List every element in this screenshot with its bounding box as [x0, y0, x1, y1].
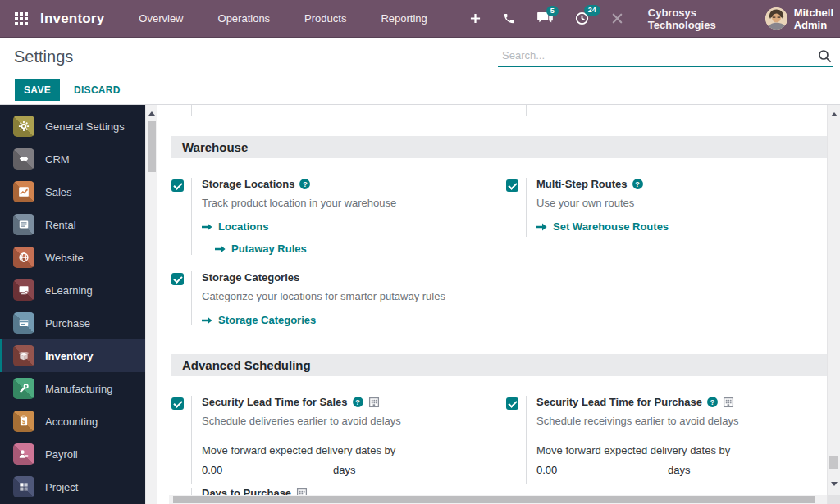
- sidebar-item-payroll[interactable]: Payroll: [0, 438, 145, 470]
- content-scrollbar-thumb[interactable]: [829, 456, 838, 469]
- setting-label-row: Storage Locations ?: [202, 178, 489, 190]
- sidebar-item-general-settings[interactable]: General Settings: [0, 110, 145, 143]
- sidebar-item-purchase[interactable]: Purchase: [0, 306, 145, 339]
- sidebar-scrollbar[interactable]: [145, 105, 158, 504]
- sidebar-item-elearning[interactable]: eLearning: [0, 274, 145, 306]
- tools-icon[interactable]: [611, 12, 623, 25]
- messages-chat-icon[interactable]: 5: [537, 12, 553, 25]
- section-header-warehouse: Warehouse: [171, 136, 827, 158]
- sidebar-item-inventory[interactable]: Inventory: [0, 339, 145, 372]
- multi-step-routes-checkbox[interactable]: [506, 179, 518, 192]
- messages-count-badge: 5: [546, 6, 559, 16]
- sidebar-item-label: CRM: [45, 153, 70, 166]
- sidebar-item-label: eLearning: [45, 284, 93, 297]
- settings-content: Warehouse Storage Locations ? Track prod…: [158, 105, 840, 504]
- menu-overview[interactable]: Overview: [139, 12, 183, 25]
- company-switcher[interactable]: Cybrosys Technologies: [648, 7, 734, 31]
- search-box: [498, 46, 833, 67]
- sidebar-item-rental[interactable]: Rental: [0, 208, 145, 241]
- menu-reporting[interactable]: Reporting: [381, 12, 427, 25]
- user-menu[interactable]: Mitchell Admin: [765, 7, 840, 31]
- field-label: Move forward expected delivery dates by: [536, 444, 824, 456]
- user-avatar: [765, 7, 788, 30]
- setting-label: Storage Categories: [202, 271, 299, 284]
- scroll-down-arrow-icon[interactable]: [831, 482, 838, 486]
- settings-app-sidebar: General Settings CRM Sales Rental: [0, 105, 145, 504]
- setting-label-row: Security Lead Time for Sales ?: [202, 396, 489, 408]
- search-icon[interactable]: [818, 49, 832, 63]
- phone-icon[interactable]: [503, 12, 515, 25]
- sidebar-item-label: Inventory: [45, 350, 94, 362]
- section-header-advanced-scheduling: Advanced Scheduling: [171, 354, 827, 376]
- setting-label: Security Lead Time for Sales: [202, 396, 348, 408]
- setting-description: Schedule deliveries earlier to avoid del…: [202, 415, 489, 427]
- sidebar-item-label: Rental: [45, 219, 76, 231]
- set-warehouse-routes-link[interactable]: Set Warehouse Routes: [536, 220, 824, 233]
- setting-separator: [526, 178, 527, 237]
- main-menu: Overview Operations Products Reporting: [139, 12, 427, 25]
- setting-label-row: Storage Categories: [202, 271, 546, 284]
- unit-label: days: [668, 464, 690, 476]
- horizontal-scrollbar-thumb[interactable]: [173, 496, 815, 503]
- content-scrollbar[interactable]: [827, 105, 840, 504]
- menu-operations[interactable]: Operations: [218, 12, 271, 25]
- section-title: Advanced Scheduling: [182, 358, 311, 372]
- lead-time-sales-checkbox[interactable]: [171, 397, 184, 410]
- apps-grid-icon[interactable]: [15, 12, 28, 25]
- search-input[interactable]: [500, 49, 818, 63]
- help-icon[interactable]: ?: [707, 397, 718, 407]
- user-name: Mitchell Admin: [794, 7, 840, 31]
- employee-card-icon: [13, 443, 34, 465]
- scroll-up-arrow-icon[interactable]: [831, 112, 838, 116]
- save-button[interactable]: SAVE: [15, 79, 60, 101]
- company-building-icon: [723, 397, 734, 408]
- systray-icons: 5 24: [470, 11, 623, 25]
- sidebar-item-label: Manufacturing: [45, 383, 112, 395]
- kanban-icon: [13, 476, 34, 497]
- clipboard-dollar-icon: $: [13, 411, 34, 432]
- storage-locations-checkbox[interactable]: [171, 179, 184, 192]
- setting-label-row: Security Lead Time for Purchase ?: [536, 396, 824, 408]
- purchase-lead-time-input[interactable]: [536, 462, 660, 479]
- help-icon[interactable]: ?: [632, 179, 643, 189]
- locations-link[interactable]: Locations: [202, 220, 489, 233]
- control-panel: Settings SAVE DISCARD: [0, 38, 840, 105]
- setting-description: Schedule receivings earlier to avoid del…: [536, 415, 824, 427]
- sidebar-item-sales[interactable]: Sales: [0, 175, 145, 208]
- svg-text:$: $: [22, 419, 25, 425]
- sidebar-item-label: Sales: [45, 186, 72, 198]
- company-building-icon: [368, 397, 380, 408]
- help-icon[interactable]: ?: [299, 179, 310, 189]
- sidebar-item-label: Payroll: [45, 448, 78, 461]
- sidebar-item-project[interactable]: Project: [0, 470, 145, 503]
- horizontal-scrollbar[interactable]: [169, 495, 827, 504]
- sidebar-scrollbar-thumb[interactable]: [148, 121, 156, 172]
- sidebar-item-website[interactable]: Website: [0, 241, 145, 274]
- sales-lead-time-input[interactable]: [202, 462, 325, 479]
- sidebar-item-label: Purchase: [45, 317, 90, 329]
- setting-separator: [526, 396, 527, 484]
- monitor-gear-icon: [13, 279, 34, 301]
- section-title: Warehouse: [182, 140, 248, 154]
- sidebar-item-crm[interactable]: CRM: [0, 143, 145, 175]
- app-name-menu[interactable]: Inventory: [40, 11, 104, 27]
- discard-button[interactable]: DISCARD: [74, 84, 121, 96]
- scroll-up-arrow-icon[interactable]: [148, 111, 155, 116]
- sidebar-item-label: Accounting: [45, 415, 98, 428]
- scrollbar-corner: [828, 495, 840, 504]
- lead-time-purchase-checkbox[interactable]: [506, 397, 518, 410]
- activities-count-badge: 24: [584, 5, 600, 16]
- help-icon[interactable]: ?: [353, 397, 363, 407]
- storage-categories-link[interactable]: Storage Categories: [202, 314, 546, 326]
- open-box-icon: [13, 345, 34, 366]
- handshake-icon: [13, 148, 34, 170]
- menu-products[interactable]: Products: [304, 12, 346, 25]
- putaway-rules-link[interactable]: Putaway Rules: [215, 243, 489, 255]
- plus-icon[interactable]: [470, 13, 481, 24]
- sidebar-item-manufacturing[interactable]: Manufacturing: [0, 372, 145, 405]
- sidebar-item-label: Website: [45, 252, 84, 264]
- sidebar-item-accounting[interactable]: $ Accounting: [0, 405, 145, 438]
- chart-up-icon: [13, 181, 34, 202]
- storage-categories-checkbox[interactable]: [171, 273, 184, 285]
- activities-clock-icon[interactable]: 24: [575, 11, 589, 25]
